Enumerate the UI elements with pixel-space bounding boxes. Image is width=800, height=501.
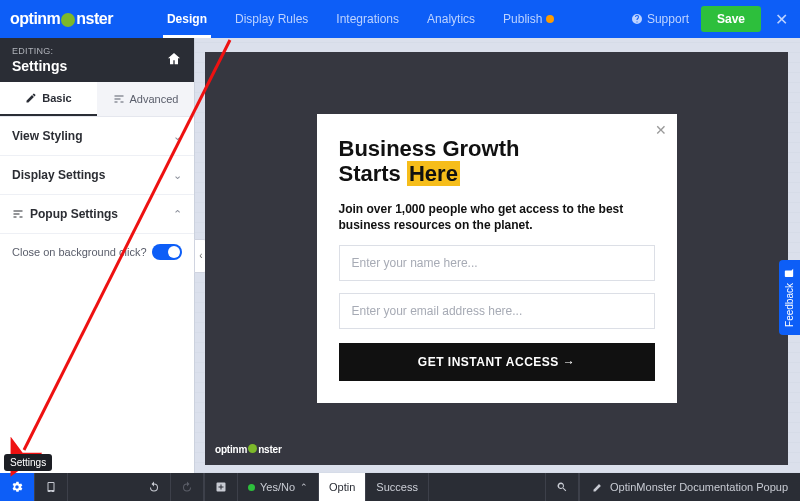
brand-logo: optinmnster — [10, 10, 113, 28]
undo-icon — [148, 481, 160, 493]
tab-advanced[interactable]: Advanced — [97, 82, 194, 116]
nav-integrations[interactable]: Integrations — [322, 0, 413, 38]
bottom-bar: Yes/No ⌃ Optin Success OptinMonster Docu… — [0, 473, 800, 501]
view-optin[interactable]: Optin — [319, 473, 366, 501]
campaign-title-text: OptinMonster Documentation Popup — [610, 481, 788, 493]
popup-overlay-preview[interactable]: optinmnster ✕ Business Growth Starts Her… — [205, 52, 788, 465]
pencil-icon — [592, 481, 604, 493]
feedback-label: Feedback — [784, 283, 795, 327]
publish-badge-icon — [546, 15, 554, 23]
nav-design[interactable]: Design — [153, 0, 221, 38]
sliders-icon — [113, 93, 125, 105]
chevron-down-icon: ⌄ — [173, 130, 182, 143]
chevron-down-icon: ⌄ — [173, 169, 182, 182]
pencil-icon — [25, 92, 37, 104]
gear-icon — [10, 480, 24, 494]
canvas-area: ‹ optinmnster ✕ Business Growth Starts H… — [195, 38, 800, 473]
support-label: Support — [647, 12, 689, 26]
undo-button[interactable] — [138, 473, 171, 501]
popup-name-input[interactable] — [339, 245, 655, 281]
settings-gear-button[interactable] — [0, 473, 35, 501]
section-display-settings[interactable]: Display Settings ⌄ — [0, 156, 194, 195]
chevron-up-icon: ⌃ — [300, 482, 308, 492]
nav-display-rules[interactable]: Display Rules — [221, 0, 322, 38]
tab-basic-label: Basic — [42, 92, 71, 104]
redo-icon — [181, 481, 193, 493]
sidebar-header: EDITING: Settings — [0, 38, 194, 82]
status-dot-icon — [248, 484, 255, 491]
view-yes-no[interactable]: Yes/No ⌃ — [238, 473, 319, 501]
add-view-button[interactable] — [204, 473, 238, 501]
search-icon — [556, 481, 568, 493]
section-view-styling-label: View Styling — [12, 129, 82, 143]
section-display-settings-label: Display Settings — [12, 168, 105, 182]
section-view-styling[interactable]: View Styling ⌄ — [0, 117, 194, 156]
plus-square-icon — [215, 481, 227, 493]
editor-body: EDITING: Settings Basic Advanced View St… — [0, 38, 800, 473]
logo-monster-icon — [61, 13, 75, 27]
canvas-brand-badge: optinmnster — [215, 444, 282, 455]
view-success[interactable]: Success — [366, 473, 429, 501]
popup-email-input[interactable] — [339, 293, 655, 329]
section-popup-settings[interactable]: Popup Settings ⌃ — [0, 195, 194, 234]
sidebar-editing-label: EDITING: — [12, 46, 67, 56]
close-on-background-row: Close on background click? — [0, 234, 194, 274]
help-circle-icon — [631, 13, 643, 25]
tab-basic[interactable]: Basic — [0, 82, 97, 116]
primary-nav: Design Display Rules Integrations Analyt… — [153, 0, 568, 38]
section-popup-settings-label: Popup Settings — [12, 207, 118, 221]
close-bg-toggle[interactable] — [152, 244, 182, 260]
popup-cta-button[interactable]: GET INSTANT ACCESS → — [339, 343, 655, 381]
redo-button[interactable] — [171, 473, 204, 501]
chevron-up-icon: ⌃ — [173, 208, 182, 221]
popup-close-button[interactable]: ✕ — [655, 122, 667, 138]
nav-analytics[interactable]: Analytics — [413, 0, 489, 38]
settings-sidebar: EDITING: Settings Basic Advanced View St… — [0, 38, 195, 473]
feedback-tab[interactable]: Feedback — [779, 260, 800, 335]
logo-monster-small-icon — [248, 444, 257, 453]
sidebar-tabs: Basic Advanced — [0, 82, 194, 117]
search-button[interactable] — [545, 473, 579, 501]
popup-headline: Business Growth Starts Here — [339, 136, 655, 187]
sidebar-home-button[interactable] — [166, 51, 182, 70]
view-yes-no-label: Yes/No — [260, 481, 295, 493]
tab-advanced-label: Advanced — [130, 93, 179, 105]
close-bg-label: Close on background click? — [12, 246, 147, 258]
campaign-title-bar[interactable]: OptinMonster Documentation Popup — [579, 473, 800, 501]
support-link[interactable]: Support — [631, 12, 689, 26]
home-icon — [166, 51, 182, 67]
sidebar-title: Settings — [12, 58, 67, 74]
nav-publish[interactable]: Publish — [489, 0, 568, 38]
mobile-icon — [45, 481, 57, 493]
save-button[interactable]: Save — [701, 6, 761, 32]
settings-mini-icon — [12, 208, 24, 220]
settings-tooltip: Settings — [4, 454, 52, 471]
popup-card[interactable]: ✕ Business Growth Starts Here Join over … — [317, 114, 677, 403]
top-bar: optinmnster Design Display Rules Integra… — [0, 0, 800, 38]
chat-icon — [785, 268, 795, 278]
mobile-preview-button[interactable] — [35, 473, 68, 501]
close-editor-button[interactable]: ✕ — [771, 6, 792, 33]
popup-subtext: Join over 1,000 people who get access to… — [339, 201, 655, 233]
nav-publish-label: Publish — [503, 12, 542, 26]
